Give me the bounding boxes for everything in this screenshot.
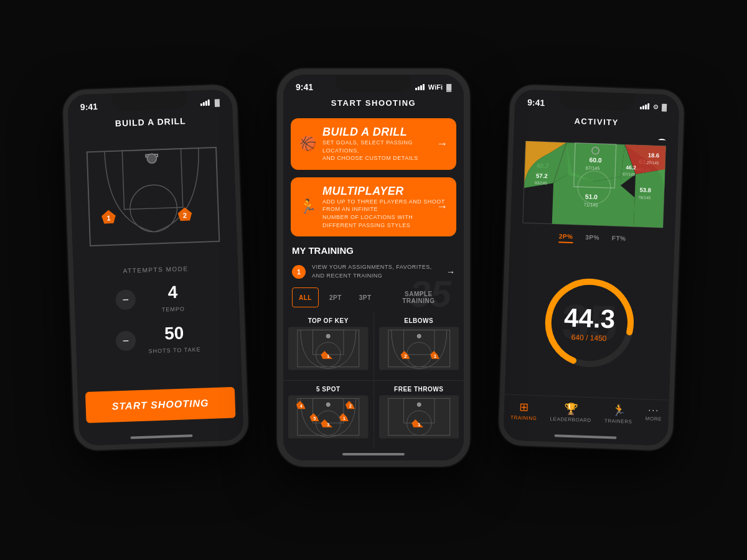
- svg-rect-10: [288, 327, 369, 370]
- filter-all[interactable]: ALL: [292, 287, 319, 307]
- start-shooting-button[interactable]: START SHOOTING: [85, 387, 236, 423]
- svg-text:78/145: 78/145: [638, 195, 651, 200]
- svg-text:71/145: 71/145: [583, 202, 598, 208]
- training-nav-label: TRAINING: [510, 415, 537, 421]
- svg-text:57.2: 57.2: [536, 173, 548, 180]
- svg-text:1: 1: [343, 416, 345, 421]
- center-title: START SHOOTING: [283, 95, 464, 111]
- multiplayer-sub: ADD UP TO THREE PLAYERS AND SHOOT FROM A…: [322, 198, 448, 229]
- center-notch: [336, 75, 411, 92]
- center-time: 9:41: [296, 82, 313, 92]
- right-signal-icon: [640, 103, 649, 110]
- svg-text:2: 2: [349, 404, 352, 408]
- center-phone: 9:41 WiFi ▓ ← START SHOOTING: [277, 68, 470, 467]
- right-phone: 9:41 ⊙ ▓ ACTIVITY 💬: [498, 84, 685, 450]
- svg-text:46.2: 46.2: [626, 164, 636, 171]
- tempo-minus-btn[interactable]: −: [115, 289, 136, 310]
- svg-text:18.6: 18.6: [648, 152, 660, 159]
- filter-2pt[interactable]: 2PT: [322, 287, 349, 307]
- training-nav-icon: ⊞: [519, 400, 529, 414]
- phones-container: 9:41 ▓ ← BUILD A DRILL: [0, 0, 747, 560]
- svg-text:5: 5: [314, 416, 316, 421]
- tempo-stepper-row: − 4 TEMPO: [87, 281, 227, 317]
- right-screen: 9:41 ⊙ ▓ ACTIVITY 💬: [503, 90, 680, 446]
- trainers-nav-icon: 🏃: [611, 403, 626, 418]
- left-time: 9:41: [80, 101, 98, 112]
- battery-icon: ▓: [215, 98, 220, 106]
- build-drill-content: BUILD A DRILL SET GOALS, SELECT PASSING …: [322, 126, 448, 162]
- home-bar: [130, 434, 192, 439]
- center-home-bar: [342, 453, 405, 455]
- shot-chart: 40.7 59/145 61.4 89/145 18.6 27/145 57.2…: [510, 129, 678, 235]
- nav-trainers[interactable]: 🏃 TRAINERS: [604, 403, 633, 425]
- left-phone: 9:41 ▓ ← BUILD A DRILL: [62, 84, 249, 450]
- svg-text:2: 2: [183, 212, 187, 219]
- svg-text:1: 1: [327, 353, 330, 359]
- svg-text:1: 1: [433, 353, 436, 359]
- drill-cell-top-of-key[interactable]: TOP OF KEY 1: [283, 312, 374, 380]
- shots-value-container: 50 SHOTS TO TAKE: [148, 323, 201, 356]
- build-drill-card[interactable]: 🏀 BUILD A DRILL SET GOALS, SELECT PASSIN…: [291, 118, 456, 170]
- attempts-section: ATTEMPTS MODE − 4 TEMPO − 50 SHOTS TO TA…: [73, 256, 242, 392]
- gauge-value: 44.3: [563, 303, 615, 335]
- drill-cell-free-throws[interactable]: FREE THROWS 1: [374, 381, 464, 448]
- multiplayer-arrow: →: [436, 200, 448, 213]
- center-signal-icon: [415, 84, 425, 90]
- shots-minus-btn[interactable]: −: [116, 330, 136, 351]
- shots-stepper-row: − 50 SHOTS TO TAKE: [88, 322, 228, 358]
- svg-text:51.0: 51.0: [585, 193, 598, 200]
- left-notch: [112, 91, 187, 111]
- gauge-container: 35 44.3 640 / 1450: [505, 246, 674, 399]
- filter-3pt[interactable]: 3PT: [352, 287, 378, 307]
- tempo-label: TEMPO: [162, 306, 185, 312]
- build-drill-title: BUILD A DRILL: [322, 126, 448, 139]
- svg-text:4: 4: [300, 404, 303, 408]
- tab-2p[interactable]: 2P%: [558, 233, 573, 243]
- nav-leaderboard[interactable]: 🏆 LEADERBOARD: [550, 401, 592, 423]
- right-status-icons: ⊙ ▓: [640, 103, 667, 111]
- svg-text:2: 2: [404, 353, 407, 359]
- shots-label: SHOTS TO TAKE: [149, 347, 201, 355]
- center-wifi-icon: WiFi: [428, 83, 443, 91]
- right-wifi-icon: ⊙: [653, 103, 658, 110]
- multiplayer-card[interactable]: 🏃 MULTIPLAYER ADD UP TO THREE PLAYERS AN…: [291, 177, 456, 236]
- shots-value: 50: [148, 323, 200, 345]
- left-home-indicator: [79, 427, 244, 446]
- attempts-label: ATTEMPTS MODE: [86, 264, 225, 276]
- more-nav-label: MORE: [646, 416, 662, 422]
- drill-grid: TOP OF KEY 1 ELBOWS: [283, 312, 464, 448]
- leaderboard-nav-icon: 🏆: [564, 402, 578, 416]
- center-home-indicator: [283, 448, 464, 460]
- training-badge: 1: [292, 265, 306, 279]
- nav-training[interactable]: ⊞ TRAINING: [510, 400, 537, 421]
- svg-text:60.0: 60.0: [589, 156, 602, 164]
- 5spot-title: 5 SPOT: [316, 386, 341, 393]
- gauge-wrapper: 44.3 640 / 1450: [538, 271, 641, 374]
- center-battery-icon: ▓: [446, 83, 451, 91]
- drill-cell-elbows[interactable]: ELBOWS 1 2: [374, 312, 464, 380]
- svg-text:3: 3: [327, 422, 329, 426]
- svg-text:67/145: 67/145: [622, 172, 636, 177]
- basketball-icon: 🏀: [299, 136, 316, 152]
- left-status-icons: ▓: [200, 98, 220, 106]
- top-of-key-title: TOP OF KEY: [308, 317, 349, 324]
- right-time: 9:41: [527, 97, 545, 108]
- more-nav-icon: ···: [648, 404, 659, 415]
- center-status-icons: WiFi ▓: [415, 83, 451, 91]
- tab-3p[interactable]: 3P%: [585, 234, 599, 245]
- tempo-value-container: 4 TEMPO: [148, 282, 199, 315]
- svg-point-45: [417, 403, 421, 406]
- my-training-section-title: MY TRAINING: [283, 240, 464, 258]
- svg-point-21: [417, 334, 421, 338]
- gauge-text-center: 44.3 640 / 1450: [563, 303, 616, 343]
- nav-more[interactable]: ··· MORE: [646, 404, 662, 426]
- svg-point-5: [147, 154, 157, 164]
- elbows-title: ELBOWS: [404, 317, 433, 324]
- drill-cell-5spot[interactable]: 5 SPOT 3 1 5: [283, 381, 374, 448]
- svg-point-30: [326, 403, 330, 406]
- tab-ft[interactable]: FT%: [612, 235, 626, 245]
- svg-text:27/145: 27/145: [646, 161, 659, 166]
- svg-point-14: [326, 334, 330, 338]
- svg-text:87/145: 87/145: [585, 165, 599, 171]
- svg-text:1: 1: [418, 421, 421, 427]
